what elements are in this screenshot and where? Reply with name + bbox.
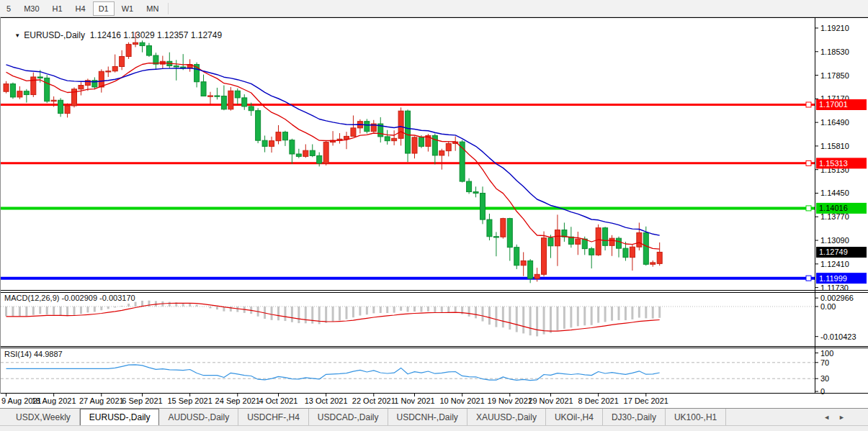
svg-text:10 Nov 2021: 10 Nov 2021 <box>439 396 484 405</box>
symbol-tab-dj30-daily[interactable]: DJ30-,Daily <box>603 409 666 425</box>
symbol-tab-usdcad-daily[interactable]: USDCAD-,Daily <box>309 409 388 425</box>
svg-text:1.15810: 1.15810 <box>820 142 849 150</box>
chart-canvas[interactable]: 1.192101.185301.178501.171701.164901.158… <box>0 17 868 408</box>
svg-text:70: 70 <box>820 358 829 367</box>
svg-text:1.17001: 1.17001 <box>819 100 848 109</box>
svg-text:100: 100 <box>820 349 833 358</box>
svg-text:18 Aug 2021: 18 Aug 2021 <box>32 396 76 405</box>
symbol-tabbar: USDX,WeeklyEURUSD-,DailyAUDUSD-,DailyUSD… <box>0 408 868 425</box>
svg-text:0.00: 0.00 <box>820 302 836 311</box>
symbol-tab-usdx-weekly[interactable]: USDX,Weekly <box>7 409 80 425</box>
svg-text:4 Oct 2021: 4 Oct 2021 <box>259 396 298 405</box>
symbol-tab-ukoil-h4[interactable]: UKOil-,H4 <box>546 409 603 425</box>
svg-text:1.13770: 1.13770 <box>820 212 849 221</box>
svg-text:1.19210: 1.19210 <box>820 24 849 32</box>
svg-text:1.16490: 1.16490 <box>820 118 849 127</box>
status-bar <box>0 425 868 431</box>
svg-text:1.11999: 1.11999 <box>819 274 847 283</box>
svg-text:1.14450: 1.14450 <box>820 189 849 197</box>
svg-text:13 Oct 2021: 13 Oct 2021 <box>305 396 348 405</box>
svg-text:0: 0 <box>820 387 825 396</box>
timeframe-button-h1[interactable]: H1 <box>47 1 68 16</box>
svg-text:27 Aug 2021: 27 Aug 2021 <box>79 396 124 405</box>
svg-text:15 Sep 2021: 15 Sep 2021 <box>167 396 212 405</box>
timeframe-button-mn[interactable]: MN <box>140 1 164 16</box>
svg-text:22 Oct 2021: 22 Oct 2021 <box>352 396 395 405</box>
svg-text:1.17850: 1.17850 <box>820 71 849 80</box>
tab-scroll-arrows: ◄► <box>819 414 849 421</box>
symbol-tab-eurusd-daily[interactable]: EURUSD-,Daily <box>80 409 160 425</box>
svg-text:1.11730: 1.11730 <box>820 283 849 292</box>
svg-text:19 Nov 2021: 19 Nov 2021 <box>488 396 532 405</box>
svg-text:1.15313: 1.15313 <box>819 159 848 168</box>
timeframe-button-h4[interactable]: H4 <box>70 1 91 16</box>
timeframe-button-w1[interactable]: W1 <box>116 1 140 16</box>
timeframe-toolbar: 5M30H1H4D1W1MN <box>0 0 868 17</box>
symbol-tab-uk100-h1[interactable]: UK100-,H1 <box>666 409 726 425</box>
svg-text:1 Nov 2021: 1 Nov 2021 <box>394 396 434 405</box>
svg-text:17 Dec 2021: 17 Dec 2021 <box>624 396 668 405</box>
current-price-badge: 1.12749 <box>816 247 867 258</box>
svg-text:1.12410: 1.12410 <box>820 260 849 268</box>
tab-scroll-left-icon[interactable]: ◄ <box>823 414 830 421</box>
svg-text:30: 30 <box>820 374 829 383</box>
timeframe-button-d1[interactable]: D1 <box>93 1 115 16</box>
symbol-tab-usdcnh-daily[interactable]: USDCNH-,Daily <box>388 409 467 425</box>
svg-text:1.13090: 1.13090 <box>820 236 849 245</box>
tab-scroll-right-icon[interactable]: ► <box>838 414 845 421</box>
svg-text:1.14016: 1.14016 <box>819 204 848 212</box>
svg-text:6 Sep 2021: 6 Sep 2021 <box>122 396 162 405</box>
timeframe-button-m30[interactable]: M30 <box>18 1 45 16</box>
svg-text:8 Dec 2021: 8 Dec 2021 <box>578 396 619 405</box>
symbol-tab-xauusd-daily[interactable]: XAUUSD-,Daily <box>467 409 546 425</box>
symbol-tab-audusd-daily[interactable]: AUDUSD-,Daily <box>159 409 238 425</box>
svg-text:0.002966: 0.002966 <box>820 294 854 302</box>
toolbar-separator <box>168 3 169 14</box>
svg-text:24 Sep 2021: 24 Sep 2021 <box>215 396 260 405</box>
timeframe-button-5[interactable]: 5 <box>1 1 17 16</box>
chart-window[interactable]: 1.192101.185301.178501.171701.164901.158… <box>0 17 868 408</box>
symbol-tab-usdchf-h4[interactable]: USDCHF-,H4 <box>238 409 309 425</box>
svg-text:1.18530: 1.18530 <box>820 47 849 56</box>
svg-text:29 Nov 2021: 29 Nov 2021 <box>528 396 573 405</box>
svg-text:1.12749: 1.12749 <box>819 248 848 256</box>
svg-text:-0.010423: -0.010423 <box>820 332 856 341</box>
